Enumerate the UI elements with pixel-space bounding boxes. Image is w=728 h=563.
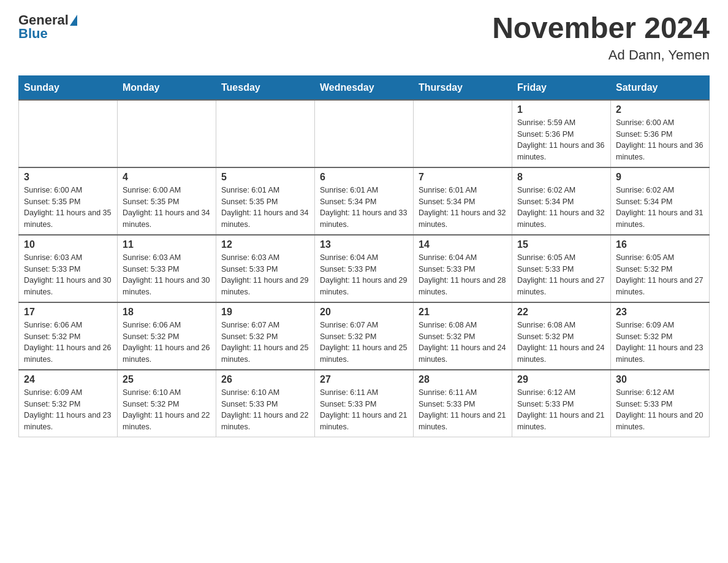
day-info: Sunrise: 6:03 AMSunset: 5:33 PMDaylight:… xyxy=(123,252,211,298)
day-info: Sunrise: 6:01 AMSunset: 5:34 PMDaylight:… xyxy=(419,185,507,231)
calendar-week-row: 24Sunrise: 6:09 AMSunset: 5:32 PMDayligh… xyxy=(19,370,710,437)
col-wednesday: Wednesday xyxy=(315,75,414,100)
calendar-week-row: 3Sunrise: 6:00 AMSunset: 5:35 PMDaylight… xyxy=(19,167,710,235)
table-row: 4Sunrise: 6:00 AMSunset: 5:35 PMDaylight… xyxy=(118,167,216,235)
day-info: Sunrise: 6:09 AMSunset: 5:32 PMDaylight:… xyxy=(24,387,112,433)
day-info: Sunrise: 6:06 AMSunset: 5:32 PMDaylight:… xyxy=(123,320,211,366)
day-info: Sunrise: 6:12 AMSunset: 5:33 PMDaylight:… xyxy=(616,387,704,433)
table-row: 9Sunrise: 6:02 AMSunset: 5:34 PMDaylight… xyxy=(611,167,710,235)
day-number: 4 xyxy=(123,172,211,183)
day-number: 29 xyxy=(517,374,605,385)
day-number: 24 xyxy=(24,374,112,385)
day-info: Sunrise: 6:12 AMSunset: 5:33 PMDaylight:… xyxy=(517,387,605,433)
table-row: 3Sunrise: 6:00 AMSunset: 5:35 PMDaylight… xyxy=(19,167,118,235)
day-info: Sunrise: 6:02 AMSunset: 5:34 PMDaylight:… xyxy=(517,185,605,231)
table-row: 25Sunrise: 6:10 AMSunset: 5:32 PMDayligh… xyxy=(118,370,216,437)
logo-blue-text: Blue xyxy=(18,26,48,42)
calendar-title: November 2024 xyxy=(492,12,710,45)
day-info: Sunrise: 6:10 AMSunset: 5:33 PMDaylight:… xyxy=(221,387,309,433)
table-row xyxy=(118,100,216,167)
day-info: Sunrise: 6:01 AMSunset: 5:34 PMDaylight:… xyxy=(320,185,408,231)
logo: General Blue xyxy=(18,12,77,42)
day-number: 21 xyxy=(419,307,507,318)
table-row: 28Sunrise: 6:11 AMSunset: 5:33 PMDayligh… xyxy=(414,370,512,437)
table-row: 1Sunrise: 5:59 AMSunset: 5:36 PMDaylight… xyxy=(512,100,611,167)
day-number: 6 xyxy=(320,172,408,183)
day-number: 9 xyxy=(616,172,704,183)
table-row xyxy=(414,100,512,167)
day-number: 23 xyxy=(616,307,704,318)
table-row: 24Sunrise: 6:09 AMSunset: 5:32 PMDayligh… xyxy=(19,370,118,437)
col-thursday: Thursday xyxy=(414,75,512,100)
table-row: 18Sunrise: 6:06 AMSunset: 5:32 PMDayligh… xyxy=(118,302,216,370)
day-number: 7 xyxy=(419,172,507,183)
day-info: Sunrise: 6:07 AMSunset: 5:32 PMDaylight:… xyxy=(320,320,408,366)
table-row: 21Sunrise: 6:08 AMSunset: 5:32 PMDayligh… xyxy=(414,302,512,370)
calendar-week-row: 10Sunrise: 6:03 AMSunset: 5:33 PMDayligh… xyxy=(19,235,710,302)
table-row: 27Sunrise: 6:11 AMSunset: 5:33 PMDayligh… xyxy=(315,370,414,437)
page-header: General Blue November 2024 Ad Dann, Yeme… xyxy=(18,12,710,63)
logo-flag-icon xyxy=(70,15,77,26)
table-row xyxy=(216,100,315,167)
day-info: Sunrise: 6:01 AMSunset: 5:35 PMDaylight:… xyxy=(221,185,309,231)
day-number: 11 xyxy=(123,239,211,250)
day-info: Sunrise: 6:05 AMSunset: 5:32 PMDaylight:… xyxy=(616,252,704,298)
day-number: 22 xyxy=(517,307,605,318)
table-row: 2Sunrise: 6:00 AMSunset: 5:36 PMDaylight… xyxy=(611,100,710,167)
day-number: 5 xyxy=(221,172,309,183)
table-row: 13Sunrise: 6:04 AMSunset: 5:33 PMDayligh… xyxy=(315,235,414,302)
day-number: 19 xyxy=(221,307,309,318)
table-row: 11Sunrise: 6:03 AMSunset: 5:33 PMDayligh… xyxy=(118,235,216,302)
table-row: 26Sunrise: 6:10 AMSunset: 5:33 PMDayligh… xyxy=(216,370,315,437)
table-row: 14Sunrise: 6:04 AMSunset: 5:33 PMDayligh… xyxy=(414,235,512,302)
title-block: November 2024 Ad Dann, Yemen xyxy=(492,12,710,63)
table-row: 10Sunrise: 6:03 AMSunset: 5:33 PMDayligh… xyxy=(19,235,118,302)
calendar-body: 1Sunrise: 5:59 AMSunset: 5:36 PMDaylight… xyxy=(19,100,710,437)
table-row: 5Sunrise: 6:01 AMSunset: 5:35 PMDaylight… xyxy=(216,167,315,235)
col-friday: Friday xyxy=(512,75,611,100)
calendar-week-row: 1Sunrise: 5:59 AMSunset: 5:36 PMDaylight… xyxy=(19,100,710,167)
day-number: 12 xyxy=(221,239,309,250)
day-number: 30 xyxy=(616,374,704,385)
table-row: 8Sunrise: 6:02 AMSunset: 5:34 PMDaylight… xyxy=(512,167,611,235)
day-info: Sunrise: 6:03 AMSunset: 5:33 PMDaylight:… xyxy=(24,252,112,298)
day-info: Sunrise: 6:00 AMSunset: 5:35 PMDaylight:… xyxy=(123,185,211,231)
day-info: Sunrise: 5:59 AMSunset: 5:36 PMDaylight:… xyxy=(517,117,605,163)
table-row: 17Sunrise: 6:06 AMSunset: 5:32 PMDayligh… xyxy=(19,302,118,370)
day-number: 8 xyxy=(517,172,605,183)
day-info: Sunrise: 6:02 AMSunset: 5:34 PMDaylight:… xyxy=(616,185,704,231)
day-number: 3 xyxy=(24,172,112,183)
day-info: Sunrise: 6:04 AMSunset: 5:33 PMDaylight:… xyxy=(419,252,507,298)
table-row: 23Sunrise: 6:09 AMSunset: 5:32 PMDayligh… xyxy=(611,302,710,370)
col-sunday: Sunday xyxy=(19,75,118,100)
day-info: Sunrise: 6:03 AMSunset: 5:33 PMDaylight:… xyxy=(221,252,309,298)
calendar-week-row: 17Sunrise: 6:06 AMSunset: 5:32 PMDayligh… xyxy=(19,302,710,370)
day-info: Sunrise: 6:08 AMSunset: 5:32 PMDaylight:… xyxy=(419,320,507,366)
table-row: 20Sunrise: 6:07 AMSunset: 5:32 PMDayligh… xyxy=(315,302,414,370)
col-saturday: Saturday xyxy=(611,75,710,100)
day-number: 1 xyxy=(517,104,605,115)
col-monday: Monday xyxy=(118,75,216,100)
calendar-table: Sunday Monday Tuesday Wednesday Thursday… xyxy=(18,75,710,437)
table-row: 29Sunrise: 6:12 AMSunset: 5:33 PMDayligh… xyxy=(512,370,611,437)
day-info: Sunrise: 6:04 AMSunset: 5:33 PMDaylight:… xyxy=(320,252,408,298)
day-number: 18 xyxy=(123,307,211,318)
day-number: 25 xyxy=(123,374,211,385)
day-number: 2 xyxy=(616,104,704,115)
day-number: 20 xyxy=(320,307,408,318)
table-row: 30Sunrise: 6:12 AMSunset: 5:33 PMDayligh… xyxy=(611,370,710,437)
day-number: 13 xyxy=(320,239,408,250)
calendar-subtitle: Ad Dann, Yemen xyxy=(492,47,710,63)
day-info: Sunrise: 6:09 AMSunset: 5:32 PMDaylight:… xyxy=(616,320,704,366)
table-row: 15Sunrise: 6:05 AMSunset: 5:33 PMDayligh… xyxy=(512,235,611,302)
table-row: 12Sunrise: 6:03 AMSunset: 5:33 PMDayligh… xyxy=(216,235,315,302)
table-row: 7Sunrise: 6:01 AMSunset: 5:34 PMDaylight… xyxy=(414,167,512,235)
table-row: 19Sunrise: 6:07 AMSunset: 5:32 PMDayligh… xyxy=(216,302,315,370)
day-info: Sunrise: 6:00 AMSunset: 5:35 PMDaylight:… xyxy=(24,185,112,231)
day-number: 10 xyxy=(24,239,112,250)
day-number: 27 xyxy=(320,374,408,385)
day-number: 17 xyxy=(24,307,112,318)
calendar-header: Sunday Monday Tuesday Wednesday Thursday… xyxy=(19,75,710,100)
day-number: 16 xyxy=(616,239,704,250)
table-row: 16Sunrise: 6:05 AMSunset: 5:32 PMDayligh… xyxy=(611,235,710,302)
